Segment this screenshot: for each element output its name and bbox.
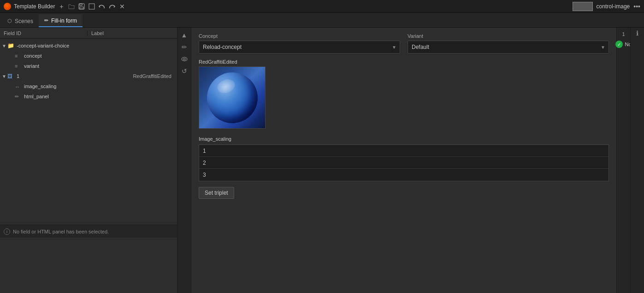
svg-point-5 <box>183 58 185 60</box>
variant-label: Variant <box>408 33 609 39</box>
field-icon: ↔ <box>15 84 22 90</box>
tree-item-label: 1 <box>15 73 133 79</box>
image-preview-label: RedGraffitiEdited <box>199 59 609 65</box>
info-panel: ℹ <box>630 28 644 293</box>
tree-item-label: concept <box>22 53 175 59</box>
tree-row[interactable]: ≡ concept <box>0 51 177 61</box>
image-sphere <box>207 72 258 123</box>
titlebar-left: Template Builder + ✕ <box>4 3 126 10</box>
info-message: No field or HTML panel has been selected… <box>13 229 109 234</box>
app-title: Template Builder <box>14 3 55 10</box>
tree-row[interactable]: ✏ html_panel <box>0 91 177 102</box>
scaling-label: Image_scaling <box>199 136 609 142</box>
concept-select-wrapper: Reload-concept ▼ <box>199 41 400 54</box>
tab-scenes[interactable]: ⬡ Scenes <box>2 14 39 27</box>
move-up-button[interactable]: ▲ <box>179 30 190 41</box>
expand-icon[interactable]: ▼ <box>2 74 7 79</box>
svg-rect-2 <box>80 7 83 9</box>
right-panel: 1 ✓ No <box>616 28 630 293</box>
info-icon: i <box>4 228 10 235</box>
svg-rect-3 <box>89 4 95 9</box>
image-preview <box>199 66 266 129</box>
middle-toolbar: ▲ ✏ ↺ <box>177 28 191 293</box>
bottom-spacer <box>0 238 177 293</box>
svg-rect-1 <box>80 4 82 6</box>
concept-label: Concept <box>199 33 400 39</box>
concept-variant-row: Concept Reload-concept ▼ Variant Default… <box>199 33 609 54</box>
check-icon: ✓ <box>615 41 623 48</box>
label-header: Label <box>88 30 107 36</box>
variant-form-group: Variant Default ▼ <box>408 33 609 54</box>
scaling-item-1[interactable]: 1 <box>199 145 609 157</box>
field-id-header: Field ID <box>0 30 88 36</box>
edit-button[interactable]: ✏ <box>179 42 190 53</box>
html-icon: ✏ <box>15 94 22 100</box>
tree-row[interactable]: ≡ variant <box>0 61 177 71</box>
control-image-label: control-image <box>597 3 630 10</box>
refresh-button[interactable]: ↺ <box>179 66 190 77</box>
close-button[interactable]: ✕ <box>118 3 126 10</box>
field-icon: ≡ <box>15 63 22 69</box>
scaling-item-3[interactable]: 3 <box>199 169 609 181</box>
tree-row[interactable]: ▼ 📁 -concept-variant-choice <box>0 41 177 51</box>
fill-form-icon: ✏ <box>44 18 48 24</box>
tabbar: ⬡ Scenes ✏ Fill-in form <box>0 13 644 28</box>
tree-item-label: -concept-variant-choice <box>15 43 175 48</box>
tree-item-value: RedGraffitiEdited <box>133 73 175 79</box>
main-layout: Field ID Label ▼ 📁 -concept-variant-choi… <box>0 28 644 293</box>
tree-item-label: image_scaling <box>22 84 175 89</box>
scaling-item-2[interactable]: 2 <box>199 157 609 169</box>
tree-item-label: html_panel <box>22 94 175 99</box>
expand-icon[interactable]: ▼ <box>2 43 7 48</box>
app-logo <box>4 3 11 10</box>
variant-select[interactable]: Default <box>408 41 609 54</box>
redo-button[interactable] <box>108 3 116 10</box>
export-button[interactable] <box>88 3 95 10</box>
svg-point-4 <box>182 57 187 61</box>
info-bar: i No field or HTML panel has been select… <box>0 225 177 238</box>
save-button[interactable] <box>78 3 85 10</box>
open-button[interactable] <box>68 3 75 10</box>
concept-form-group: Concept Reload-concept ▼ <box>199 33 400 54</box>
info-panel-button[interactable]: ℹ <box>636 30 638 37</box>
tree-row[interactable]: ↔ image_scaling <box>0 81 177 91</box>
scenes-icon: ⬡ <box>7 18 12 24</box>
folder-icon: 📁 <box>7 42 15 49</box>
undo-button[interactable] <box>98 3 106 10</box>
control-image-preview <box>573 2 593 11</box>
scaling-list: 1 2 3 <box>199 144 609 181</box>
more-options-button[interactable]: ••• <box>633 3 640 10</box>
tree-item-label: variant <box>22 63 175 69</box>
variant-select-wrapper: Default ▼ <box>408 41 609 54</box>
tree-row[interactable]: ▼ 🖼 1 RedGraffitiEdited <box>0 71 177 81</box>
tab-fill-in-form-label: Fill-in form <box>51 18 77 24</box>
image-icon: 🖼 <box>7 73 15 79</box>
tab-fill-in-form[interactable]: ✏ Fill-in form <box>39 14 83 27</box>
new-button[interactable]: + <box>58 3 65 10</box>
content-panel: Concept Reload-concept ▼ Variant Default… <box>191 28 616 293</box>
concept-select[interactable]: Reload-concept <box>199 41 400 54</box>
tree-area: ▼ 📁 -concept-variant-choice ≡ concept ≡ … <box>0 39 177 225</box>
page-number: 1 <box>622 30 625 39</box>
set-triplet-button[interactable]: Set triplet <box>199 187 234 199</box>
tab-scenes-label: Scenes <box>15 18 33 24</box>
field-header: Field ID Label <box>0 28 177 39</box>
field-icon: ≡ <box>15 53 22 59</box>
preview-button[interactable] <box>179 54 190 65</box>
left-panel: Field ID Label ▼ 📁 -concept-variant-choi… <box>0 28 177 293</box>
titlebar: Template Builder + ✕ control-image ••• <box>0 0 644 13</box>
titlebar-right: control-image ••• <box>573 2 640 11</box>
